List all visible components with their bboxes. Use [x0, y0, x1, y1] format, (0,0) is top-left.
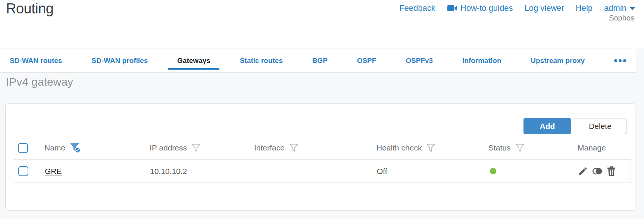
tab-ospfv3[interactable]: OSPFv3: [406, 49, 433, 72]
tab-upstream-proxy[interactable]: Upstream proxy: [531, 49, 585, 72]
filter-icon[interactable]: [289, 143, 298, 152]
tab-sd-wan-routes[interactable]: SD-WAN routes: [10, 49, 62, 72]
admin-username: admin: [604, 3, 626, 13]
brand-label: Sophos: [609, 14, 634, 22]
status-up-indicator: [490, 168, 496, 174]
table-row: GRE 10.10.10.2 Off: [14, 159, 631, 183]
delete-button[interactable]: Delete: [574, 118, 626, 134]
feedback-link[interactable]: Feedback: [399, 3, 435, 13]
row-checkbox[interactable]: [18, 166, 28, 176]
filter-icon[interactable]: [515, 143, 525, 152]
column-header-ip-address: IP address: [150, 143, 187, 152]
chevron-down-icon: [630, 7, 635, 10]
add-button[interactable]: Add: [523, 118, 571, 134]
filter-icon[interactable]: [191, 143, 201, 152]
tab-gateways[interactable]: Gateways: [177, 49, 210, 72]
column-header-status: Status: [488, 143, 511, 152]
tab-information[interactable]: Information: [462, 49, 501, 72]
filter-icon[interactable]: [426, 143, 435, 152]
page-title: Routing: [6, 1, 53, 17]
section-title: IPv4 gateway: [6, 76, 73, 88]
edit-pencil-icon[interactable]: [578, 166, 588, 176]
log-viewer-link[interactable]: Log viewer: [524, 3, 564, 13]
column-header-manage: Manage: [578, 143, 606, 152]
ipv4-gateway-card: Add Delete Name IP address Inter: [5, 103, 635, 211]
clone-icon[interactable]: [592, 166, 603, 176]
delete-trash-icon[interactable]: [607, 166, 616, 176]
filter-active-icon[interactable]: [70, 143, 81, 153]
gateway-health-check: Off: [377, 167, 489, 176]
tab-bgp[interactable]: BGP: [312, 49, 328, 72]
table-header: Name IP address Interface: [14, 136, 631, 159]
column-header-interface: Interface: [254, 143, 285, 152]
column-header-name: Name: [44, 143, 65, 152]
gateway-name-link[interactable]: GRE: [45, 167, 62, 175]
header-nav: Feedback How-to guides Log viewer Help a…: [399, 3, 635, 13]
more-tabs-ellipsis-icon[interactable]: [614, 49, 626, 72]
admin-menu[interactable]: admin: [604, 3, 635, 13]
how-to-guides-link[interactable]: How-to guides: [447, 3, 513, 13]
page-header: Routing Feedback How-to guides Log viewe…: [0, 0, 644, 48]
help-link[interactable]: Help: [576, 3, 593, 13]
how-to-guides-label: How-to guides: [460, 3, 513, 13]
tab-sd-wan-profiles[interactable]: SD-WAN profiles: [91, 49, 148, 72]
tab-bar: SD-WAN routes SD-WAN profiles Gateways S…: [0, 49, 636, 73]
select-all-checkbox[interactable]: [18, 143, 28, 153]
tab-static-routes[interactable]: Static routes: [240, 49, 283, 72]
video-camera-icon: [447, 5, 457, 12]
manage-actions: [578, 166, 631, 176]
tab-ospf[interactable]: OSPF: [357, 49, 376, 72]
column-header-health-check: Health check: [376, 143, 422, 152]
gateway-ip-address: 10.10.10.2: [150, 167, 254, 176]
